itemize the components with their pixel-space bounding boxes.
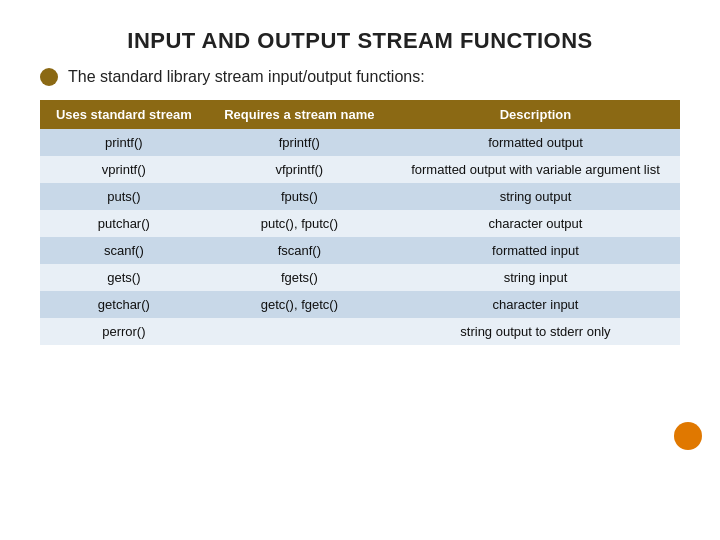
table-row: printf()fprintf()formatted output	[40, 129, 680, 156]
table-row: perror()string output to stderr only	[40, 318, 680, 345]
table-cell-7-1	[208, 318, 391, 345]
table-cell-3-1: putc(), fputc()	[208, 210, 391, 237]
orange-circle-decoration	[674, 422, 702, 450]
table-cell-4-0: scanf()	[40, 237, 208, 264]
table-cell-4-1: fscanf()	[208, 237, 391, 264]
table-row: getchar()getc(), fgetc()character input	[40, 291, 680, 318]
table-cell-7-0: perror()	[40, 318, 208, 345]
table-header-row: Uses standard stream Requires a stream n…	[40, 100, 680, 129]
table-cell-5-0: gets()	[40, 264, 208, 291]
subtitle-row: The standard library stream input/output…	[40, 68, 680, 86]
table-cell-0-2: formatted output	[391, 129, 680, 156]
table-row: scanf()fscanf()formatted input	[40, 237, 680, 264]
table-row: vprintf()vfprintf()formatted output with…	[40, 156, 680, 183]
table-cell-3-0: putchar()	[40, 210, 208, 237]
table-row: gets()fgets()string input	[40, 264, 680, 291]
table-row: putchar()putc(), fputc()character output	[40, 210, 680, 237]
table-cell-0-0: printf()	[40, 129, 208, 156]
table-cell-1-2: formatted output with variable argument …	[391, 156, 680, 183]
table-cell-6-1: getc(), fgetc()	[208, 291, 391, 318]
col-header-1: Uses standard stream	[40, 100, 208, 129]
table-cell-4-2: formatted input	[391, 237, 680, 264]
table-cell-1-0: vprintf()	[40, 156, 208, 183]
table-cell-2-2: string output	[391, 183, 680, 210]
bullet-icon	[40, 68, 58, 86]
table-cell-7-2: string output to stderr only	[391, 318, 680, 345]
col-header-2: Requires a stream name	[208, 100, 391, 129]
table-cell-0-1: fprintf()	[208, 129, 391, 156]
table-cell-2-0: puts()	[40, 183, 208, 210]
page-title: Input and Output Stream Functions	[40, 28, 680, 54]
col-header-3: Description	[391, 100, 680, 129]
subtitle-text: The standard library stream input/output…	[68, 68, 425, 86]
page: Input and Output Stream Functions The st…	[0, 0, 720, 540]
table-cell-3-2: character output	[391, 210, 680, 237]
table-cell-6-2: character input	[391, 291, 680, 318]
table-cell-2-1: fputs()	[208, 183, 391, 210]
table-cell-5-1: fgets()	[208, 264, 391, 291]
table-cell-5-2: string input	[391, 264, 680, 291]
table-row: puts()fputs()string output	[40, 183, 680, 210]
table-cell-6-0: getchar()	[40, 291, 208, 318]
table-cell-1-1: vfprintf()	[208, 156, 391, 183]
functions-table: Uses standard stream Requires a stream n…	[40, 100, 680, 345]
